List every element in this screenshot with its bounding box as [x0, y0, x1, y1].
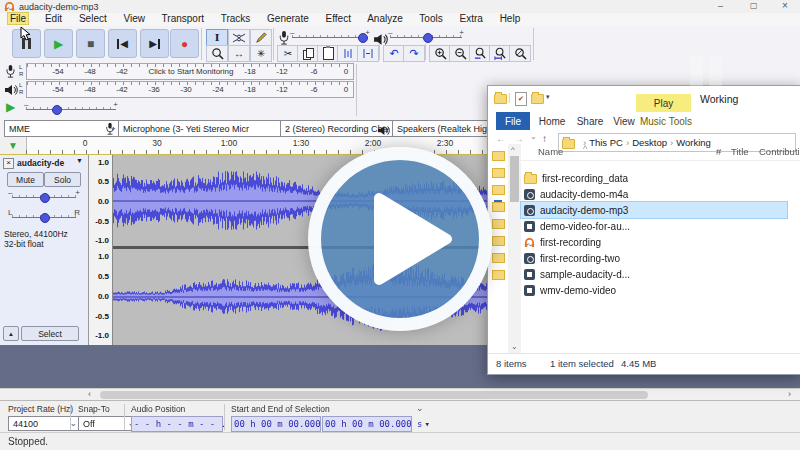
paste-button[interactable] — [317, 45, 339, 62]
folder-icon[interactable] — [492, 253, 505, 263]
select-track-button[interactable]: Select — [21, 326, 79, 341]
selection-start-display[interactable]: 00 h 00 m 00.000 s▾ — [231, 416, 321, 432]
video-play-overlay[interactable] — [308, 147, 492, 331]
play-speed-slider[interactable]: – + — [26, 103, 116, 115]
nav-scroll-thumb[interactable] — [510, 156, 519, 202]
menu-file[interactable]: File — [8, 13, 28, 24]
recording-volume-slider[interactable]: – + — [292, 31, 368, 43]
chevron-down-icon[interactable]: ⌄ — [416, 403, 424, 413]
fit-project-button[interactable] — [489, 45, 511, 62]
snap-to-select[interactable]: Off⌄ — [78, 416, 138, 431]
file-row-selected[interactable]: audacity-demo-mp3 — [521, 202, 787, 218]
solo-button[interactable]: Solo — [44, 172, 81, 187]
menu-transport[interactable]: Transport — [162, 13, 204, 24]
maximize-icon[interactable]: ▢ — [750, 1, 758, 10]
menu-view[interactable]: View — [124, 13, 146, 24]
folder-icon[interactable] — [492, 185, 505, 195]
folder-icon[interactable] — [492, 219, 505, 229]
scroll-up-icon[interactable]: ^ — [511, 145, 515, 154]
tab-music-tools[interactable]: Music Tools — [638, 112, 694, 130]
menu-tracks[interactable]: Tracks — [221, 13, 251, 24]
menu-help[interactable]: Help — [500, 13, 521, 24]
undo-button[interactable]: ↶ — [383, 45, 405, 62]
zoom-in-button[interactable] — [429, 45, 451, 62]
scrollbar-thumb[interactable] — [100, 391, 648, 399]
scroll-down-icon[interactable]: ⌄ — [511, 342, 518, 351]
recording-volume-thumb[interactable] — [358, 33, 368, 43]
tab-home[interactable]: Home — [536, 112, 568, 130]
recording-device-select[interactable]: Microphone (3- Yeti Stereo Micr⌄ — [118, 120, 296, 137]
cut-button[interactable]: ✂ — [277, 45, 299, 62]
file-row[interactable]: audacity-demo-m4a — [521, 186, 787, 202]
folder-icon[interactable] — [492, 151, 505, 161]
fit-selection-button[interactable] — [469, 45, 491, 62]
pause-button[interactable] — [12, 29, 41, 58]
folder-icon[interactable] — [492, 270, 505, 280]
pan-slider[interactable]: L R — [12, 211, 76, 223]
skip-to-end-button[interactable]: ▶ — [140, 29, 169, 58]
column-title[interactable]: Title — [731, 146, 749, 157]
selection-end-display[interactable]: 00 h 00 m 00.000 s▾ — [322, 416, 412, 432]
scroll-right-icon[interactable]: › — [788, 389, 791, 399]
column-contributing[interactable]: Contributing — [759, 146, 800, 157]
silence-audio-button[interactable] — [357, 45, 379, 62]
recent-locations-icon[interactable]: ⌄ — [530, 132, 537, 141]
track-menu-icon[interactable]: ▼ — [76, 157, 83, 164]
pan-thumb[interactable] — [40, 213, 50, 223]
playback-volume-thumb[interactable] — [423, 33, 433, 43]
menu-select[interactable]: Select — [79, 13, 107, 24]
file-row[interactable]: first-recording-two — [521, 250, 787, 266]
menu-edit[interactable]: Edit — [45, 13, 62, 24]
up-icon[interactable]: ↑ — [542, 133, 547, 144]
forward-icon[interactable]: → — [514, 133, 524, 144]
properties-icon[interactable]: ✔ — [515, 92, 527, 106]
playback-volume-slider[interactable]: – + — [390, 31, 462, 43]
column-number[interactable]: # — [716, 146, 721, 157]
scroll-left-icon[interactable]: ‹ — [88, 389, 91, 399]
skip-to-start-button[interactable]: ◀ — [108, 29, 137, 58]
gain-thumb[interactable] — [40, 193, 50, 203]
trim-audio-button[interactable] — [337, 45, 359, 62]
menu-tools[interactable]: Tools — [419, 13, 442, 24]
audio-position-display[interactable]: - - h - - m - - . - - - s▾ — [131, 416, 223, 432]
gain-slider[interactable]: – + — [12, 191, 76, 203]
folder-icon[interactable] — [492, 168, 505, 178]
multi-tool-button[interactable]: ✳ — [250, 45, 272, 62]
collapse-track-button[interactable]: ▲ — [3, 326, 19, 341]
explorer-nav-scrollbar[interactable]: ^ ⌄ — [508, 144, 521, 354]
close-icon[interactable]: × — [782, 0, 788, 11]
play-at-speed-button[interactable]: ▶ — [6, 100, 15, 114]
file-row[interactable]: first-recording — [521, 234, 787, 250]
play-speed-thumb[interactable] — [52, 105, 62, 115]
recording-meter[interactable]: -54 -48 -42 Click to Start Monitoring -1… — [26, 63, 354, 80]
tab-view[interactable]: View — [609, 112, 639, 130]
draw-tool-button[interactable] — [250, 29, 272, 46]
menu-analyze[interactable]: Analyze — [367, 13, 403, 24]
timeshift-tool-button[interactable]: ↔ — [228, 45, 250, 62]
record-button[interactable]: ● — [170, 29, 199, 58]
zoom-tool-button[interactable] — [206, 45, 228, 62]
back-icon[interactable]: ← — [496, 133, 506, 144]
file-row[interactable]: sample-audacity-d... — [521, 266, 787, 282]
menu-generate[interactable]: Generate — [267, 13, 309, 24]
tab-play[interactable]: Play — [636, 94, 691, 112]
monitor-hint[interactable]: Click to Start Monitoring — [149, 67, 234, 76]
playback-meter[interactable]: -54 -48 -42 -36 -30 -24 -18 -12 -6 0 — [26, 81, 354, 98]
mute-button[interactable]: Mute — [7, 172, 44, 187]
file-row[interactable]: wmv-demo-video — [521, 282, 787, 298]
zoom-toggle-button[interactable] — [509, 45, 531, 62]
dropdown-icon[interactable]: ▾ — [425, 419, 430, 429]
play-button[interactable]: ▶ — [44, 29, 73, 58]
folder-icon[interactable] — [492, 236, 505, 246]
selection-tool-button[interactable]: I — [206, 29, 228, 46]
menu-extra[interactable]: Extra — [460, 13, 483, 24]
stop-button[interactable]: ■ — [76, 29, 105, 58]
menu-effect[interactable]: Effect — [326, 13, 351, 24]
track-name[interactable]: audacity-de — [17, 158, 64, 168]
vertical-ruler[interactable]: 1.0 0.5 0.0 -0.5 -1.0 1.0 0.5 0.0 -0.5 -… — [88, 155, 113, 345]
tab-share[interactable]: Share — [574, 112, 606, 130]
close-track-button[interactable]: × — [3, 158, 14, 169]
file-row[interactable]: first-recording_data — [521, 170, 787, 186]
file-row[interactable]: demo-video-for-au... — [521, 218, 787, 234]
timeline-options-button[interactable]: ▼ — [0, 137, 27, 154]
